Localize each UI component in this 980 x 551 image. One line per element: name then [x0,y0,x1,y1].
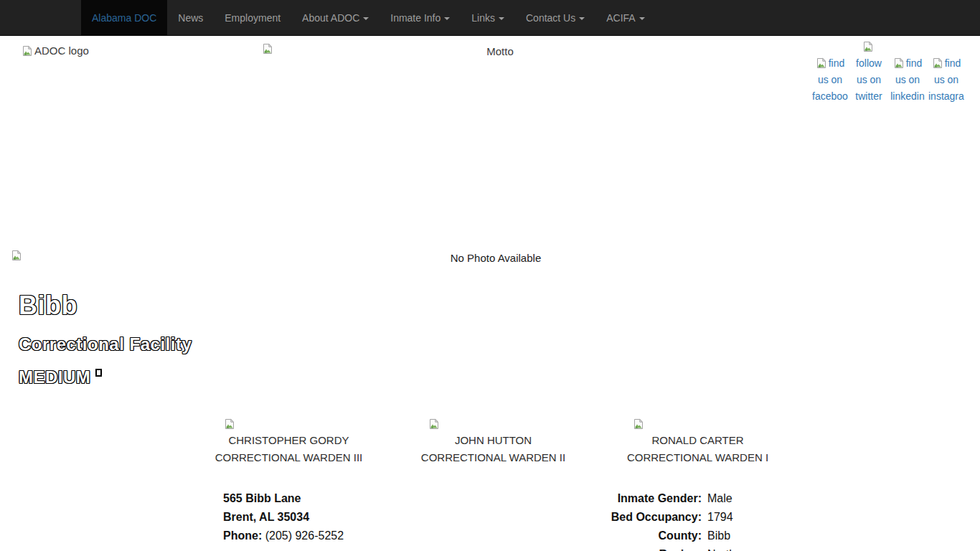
nav-dropdown-links[interactable]: Links [461,0,515,36]
address-line1: 565 Bibb Lane [223,489,344,508]
nav-link-employment[interactable]: Employment [214,0,291,36]
social-links: find us on facebook follow us on twitter… [812,40,964,105]
warden-title: CORRECTIONAL WARDEN II [391,449,595,466]
nav-item-employment: Employment [214,0,291,36]
detail-label: County: [502,527,702,545]
address-line2: Brent, AL 35034 [223,508,344,527]
detail-value: Northern [707,545,752,551]
nav-item-acifa: ACIFA [595,0,655,36]
warden-name: CHRISTOPHER GORDY [187,432,391,449]
broken-image-icon [633,418,644,430]
nav-link-news[interactable]: News [167,0,214,36]
motto-image: Motto [262,43,727,57]
nav-item-about-adoc: About ADOC [291,0,380,36]
chevron-down-icon [363,17,369,20]
twitter-link[interactable]: follow us on twitter [851,39,887,105]
detail-value: Bibb [707,527,752,545]
detail-label: Bed Occupancy: [502,508,702,527]
nav-dropdown-about-adoc[interactable]: About ADOC [291,0,380,36]
nav-label: ACIFA [606,12,635,24]
nav-item-contact-us: Contact Us [515,0,595,36]
chevron-down-icon [444,17,450,20]
instagram-link[interactable]: find us on instagram [928,55,964,105]
nav-label: Links [471,12,495,24]
warden-card: CHRISTOPHER GORDY CORRECTIONAL WARDEN II… [187,418,391,466]
address-phone-row: Phone: (205) 926-5252 [223,527,344,545]
facility-photo: No Photo Available [11,250,969,264]
facility-name-heading: Bibb [19,291,77,320]
nav-dropdown-acifa[interactable]: ACIFA [595,0,655,36]
instagram-icon [932,57,943,69]
detail-label: Inmate Gender: [502,489,702,508]
nav-item-alabama-doc: Alabama DOC [81,0,167,36]
facility-address: 565 Bibb Lane Brent, AL 35034 Phone: (20… [223,489,344,545]
twitter-alt-text: follow us on twitter [855,57,882,102]
nav-label: About ADOC [302,12,359,24]
nav-label: Alabama DOC [92,12,156,24]
phone-label: Phone: [223,529,262,542]
warden-card: RONALD CARTER CORRECTIONAL WARDEN I [595,418,800,466]
nav-menu: Alabama DOC News Employment About ADOC I… [81,0,980,36]
detail-label: Region: [502,545,702,551]
wardens-row: CHRISTOPHER GORDY CORRECTIONAL WARDEN II… [187,418,801,466]
warden-card: JOHN HUTTON CORRECTIONAL WARDEN II [391,418,595,466]
nav-label: Employment [225,12,281,24]
nav-label: Contact Us [526,12,575,24]
broken-image-icon [428,418,440,430]
twitter-icon [862,41,874,52]
chevron-down-icon [499,17,504,20]
adoc-logo-alt-text: ADOC logo [34,44,89,57]
broken-image-icon [262,43,273,55]
facility-security-level-heading: MEDIUM [19,367,102,387]
linkedin-icon [893,57,905,69]
nav-dropdown-inmate-info[interactable]: Inmate Info [380,0,461,36]
facility-type-heading: Correctional Facility [19,334,192,354]
facility-details: Inmate Gender: Male Bed Occupancy: 1794 … [502,489,752,551]
facility-photo-alt-text: No Photo Available [22,252,969,264]
security-level-text: MEDIUM [19,367,90,387]
detail-value: Male [707,489,752,508]
warden-title: CORRECTIONAL WARDEN III [187,449,391,466]
adoc-logo-link[interactable]: ADOC logo [22,44,89,57]
nav-label: Inmate Info [390,12,440,24]
top-navbar: Alabama DOC News Employment About ADOC I… [0,0,980,36]
nav-label: News [178,12,203,24]
facebook-link[interactable]: find us on facebook [812,55,848,105]
broken-image-icon [11,250,22,261]
phone-number: (205) 926-5252 [265,529,344,542]
nav-item-inmate-info: Inmate Info [380,0,461,36]
warden-name: RONALD CARTER [595,432,800,449]
warden-name: JOHN HUTTON [391,432,595,449]
broken-image-icon [22,45,33,57]
nav-dropdown-contact-us[interactable]: Contact Us [515,0,595,36]
chevron-down-icon [639,17,645,20]
nav-item-news: News [167,0,214,36]
missing-glyph-box [95,369,102,377]
nav-item-links: Links [461,0,515,36]
linkedin-link[interactable]: find us on linkedin [890,55,925,105]
broken-image-icon [224,418,235,430]
chevron-down-icon [579,17,585,20]
facebook-icon [816,57,827,69]
warden-title: CORRECTIONAL WARDEN I [595,449,800,466]
motto-alt-text: Motto [273,45,727,57]
detail-value: 1794 [707,508,752,527]
nav-link-alabama-doc[interactable]: Alabama DOC [81,0,167,36]
